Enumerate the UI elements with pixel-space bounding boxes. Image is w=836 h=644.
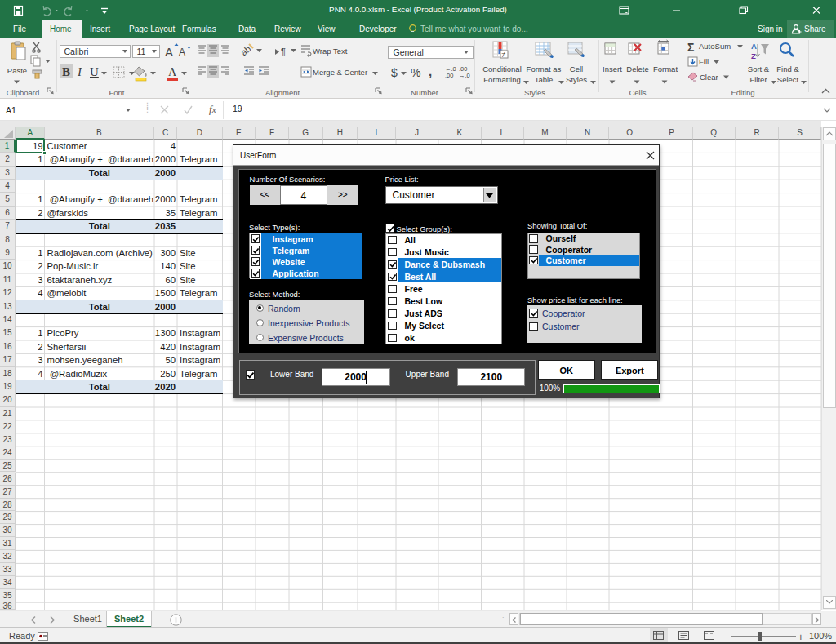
svg-text:Z: Z [751, 51, 756, 60]
svg-text:I: I [77, 65, 82, 78]
svg-text:.00: .00 [445, 72, 453, 79]
svg-text:%: % [411, 66, 420, 79]
svg-text:,: , [429, 64, 432, 78]
svg-text:$: $ [391, 66, 398, 79]
svg-text:A: A [179, 47, 185, 58]
svg-text:U: U [90, 65, 99, 78]
svg-text:A: A [165, 45, 173, 59]
svg-text:B: B [62, 65, 70, 78]
svg-text:≠: ≠ [502, 51, 506, 59]
svg-text:¶: ¶ [281, 47, 286, 56]
svg-text:Σ: Σ [687, 41, 694, 54]
svg-text:A: A [751, 42, 757, 51]
svg-text:A: A [168, 66, 177, 78]
svg-text:→.0: →.0 [459, 72, 470, 79]
